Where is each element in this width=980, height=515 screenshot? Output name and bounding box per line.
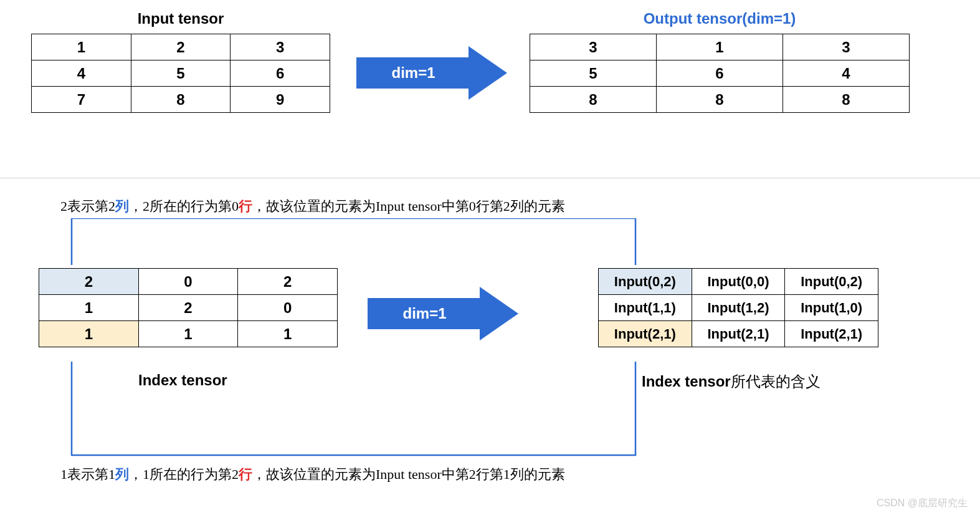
input-cell: 8	[131, 87, 231, 113]
input-cell: 3	[231, 34, 330, 60]
meaning-label-a: Index tensor	[642, 373, 731, 390]
input-tensor-title: Input tensor	[31, 10, 330, 27]
input-cell: 4	[32, 60, 131, 87]
output-cell: 4	[783, 60, 910, 87]
emph-row: 行	[239, 466, 252, 482]
arrow-label: dim=1	[368, 298, 482, 329]
index-cell: 1	[39, 295, 139, 321]
output-cell: 1	[657, 34, 783, 60]
output-cell: 6	[657, 60, 783, 87]
dim-arrow-bottom: dim=1	[368, 286, 520, 342]
index-tensor-label: Index tensor	[138, 372, 227, 389]
meaning-cell: Input(0,2)	[599, 269, 692, 295]
index-cell: 1	[238, 321, 338, 347]
index-cell: 2	[138, 295, 238, 321]
output-cell: 3	[783, 34, 910, 60]
meaning-cell: Input(2,1)	[692, 321, 785, 347]
index-cell: 2	[238, 269, 338, 295]
meaning-cell: Input(1,1)	[599, 295, 692, 321]
emph-row: 行	[239, 198, 252, 214]
section-divider	[0, 178, 980, 178]
explanation-bottom: 1表示第1列，1所在的行为第2行，故该位置的元素为Input tensor中第2…	[60, 465, 565, 484]
meaning-cell: Input(2,1)	[599, 321, 692, 347]
input-cell: 6	[231, 60, 330, 87]
meaning-cell: Input(0,0)	[692, 269, 785, 295]
meaning-label-b: 所代表的含义	[731, 373, 821, 390]
input-cell: 7	[32, 87, 131, 113]
explanation-top: 2表示第2列，2所在的行为第0行，故该位置的元素为Input tensor中第0…	[60, 197, 565, 216]
emph-col: 列	[115, 466, 129, 482]
input-tensor-table: 1 2 3 4 5 6 7 8 9	[31, 34, 330, 113]
arrow-head-icon	[480, 287, 518, 340]
meaning-cell: Input(1,2)	[692, 295, 785, 321]
meaning-cell: Input(2,1)	[785, 321, 878, 347]
meaning-label: Index tensor所代表的含义	[642, 372, 821, 392]
txt: ，故该位置的元素为Input tensor中第0行第2列的元素	[252, 198, 565, 214]
output-tensor-title: Output tensor(dim=1)	[530, 10, 910, 27]
meaning-table: Input(0,2) Input(0,0) Input(0,2) Input(1…	[598, 268, 878, 347]
txt: ，1所在的行为第2	[129, 466, 239, 482]
index-cell: 2	[39, 269, 139, 295]
emph-col: 列	[115, 198, 129, 214]
arrow-label: dim=1	[356, 57, 470, 89]
index-cell: 1	[39, 321, 139, 347]
watermark: CSDN @底层研究生	[877, 497, 968, 510]
input-cell: 9	[231, 87, 330, 113]
output-cell: 5	[530, 60, 657, 87]
txt: 2表示第2	[60, 198, 115, 214]
dim-arrow-top: dim=1	[356, 45, 509, 101]
output-cell: 8	[530, 87, 657, 113]
input-cell: 2	[131, 34, 231, 60]
txt: 1表示第1	[60, 466, 115, 482]
output-cell: 8	[783, 87, 910, 113]
txt: ，2所在的行为第0	[129, 198, 239, 214]
index-cell: 1	[138, 321, 238, 347]
index-cell: 0	[238, 295, 338, 321]
output-cell: 3	[530, 34, 657, 60]
output-tensor-table: 3 1 3 5 6 4 8 8 8	[530, 34, 910, 113]
input-cell: 5	[131, 60, 231, 87]
input-cell: 1	[32, 34, 131, 60]
index-tensor-table: 2 0 2 1 2 0 1 1 1	[39, 268, 338, 347]
txt: ，故该位置的元素为Input tensor中第2行第1列的元素	[252, 466, 565, 482]
index-cell: 0	[138, 269, 238, 295]
meaning-cell: Input(0,2)	[785, 269, 878, 295]
meaning-cell: Input(1,0)	[785, 295, 878, 321]
arrow-head-icon	[469, 46, 507, 100]
output-cell: 8	[657, 87, 783, 113]
